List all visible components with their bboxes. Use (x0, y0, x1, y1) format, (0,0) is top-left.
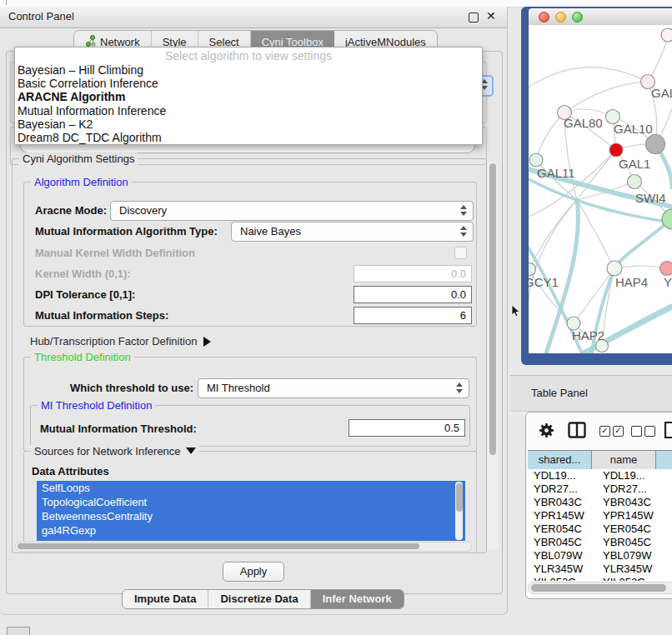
node-label: GAL1 (619, 157, 650, 171)
table-cell: YBL079W (597, 549, 666, 562)
attribute-item[interactable]: SelfLoops (37, 481, 465, 495)
attribute-item[interactable]: TopologicalCoefficient (37, 495, 465, 509)
tab-infer-network[interactable]: Infer Network (311, 590, 404, 608)
dpi-tolerance-label: DPI Tolerance [0,1]: (35, 288, 135, 301)
minimize-traffic-light[interactable] (555, 12, 566, 22)
select-all-columns-icon[interactable]: ✓✓ (599, 426, 624, 437)
network-node-hap4[interactable] (607, 261, 622, 276)
dropdown-item[interactable]: Mutual Information Inference (15, 104, 482, 118)
kernel-width-field[interactable]: 0.0 (354, 265, 472, 282)
table-row[interactable]: YDL19...YDL19...13 (528, 469, 672, 482)
table-cell: YBL079W (528, 549, 597, 562)
table-cell: 9. (666, 536, 672, 549)
table-panel-title: Table Panel (531, 387, 588, 399)
table-horizontal-scrollbar[interactable] (528, 582, 672, 594)
table-row[interactable]: YER054CYER054C8. (528, 522, 672, 536)
dropdown-item[interactable]: Basic Correlation Inference (15, 77, 482, 90)
dpi-tolerance-field[interactable]: 0.0 (354, 286, 472, 303)
table-row[interactable]: YDR27...YDR27...12 (528, 482, 672, 496)
which-threshold-label: Which threshold to use: (50, 382, 193, 394)
settings-vertical-scrollbar[interactable] (488, 162, 498, 550)
dropdown-item[interactable]: Dream8 DC_TDC Algorithm (15, 131, 482, 144)
table-cell: YER054C (528, 522, 597, 536)
aracne-mode-combo[interactable]: Discovery (110, 201, 474, 221)
table-cell: YDL19... (528, 469, 597, 482)
node-label: SWI4 (635, 191, 666, 205)
which-threshold-combo[interactable]: MI Threshold (198, 378, 469, 398)
table-cell: 13 (666, 469, 672, 482)
node-label: HAP4 (615, 275, 648, 289)
dropdown-placeholder: Select algorithm to view settings (15, 49, 482, 63)
cyni-bottom-tabs: Impute Data Discretize Data Infer Networ… (122, 589, 404, 609)
column-header-name[interactable]: name (592, 451, 656, 469)
table-row[interactable]: YBR043CYBR043C (528, 496, 672, 509)
table-row[interactable]: YBL079WYBL079W (528, 549, 672, 562)
gear-icon[interactable] (539, 422, 554, 442)
network-node-gal11[interactable] (529, 153, 543, 167)
table-header-row: shared... name (528, 450, 672, 470)
table-cell: YDR27... (528, 482, 597, 496)
table-row[interactable]: YBR045CYBR045C9. (528, 536, 672, 549)
expander-right-arrow-icon (203, 337, 211, 347)
table-cell: YPR145W (528, 509, 597, 522)
minimized-panel-chip[interactable] (7, 627, 30, 635)
table-cell: YLR345W (597, 562, 666, 576)
dropdown-item[interactable]: Bayesian – Hill Climbing (15, 63, 482, 77)
top-tick (6, 0, 7, 5)
hub-definition-expander[interactable]: Hub/Transcription Factor Definition (30, 333, 211, 348)
sources-title-row[interactable]: Sources for Network Inference (31, 445, 199, 458)
kernel-width-value: 0.0 (451, 268, 466, 280)
table-cell: YBR043C (597, 496, 666, 509)
tab-impute-data[interactable]: Impute Data (123, 590, 208, 608)
network-node-y[interactable] (660, 262, 672, 276)
apply-button[interactable]: Apply (223, 562, 284, 582)
table-cell (666, 549, 672, 562)
attribute-item[interactable]: gal4RGexp (37, 523, 465, 538)
mi-steps-field[interactable]: 6 (354, 307, 472, 324)
manual-kernel-width-label: Manual Kernel Width Definition (35, 247, 195, 259)
network-node[interactable] (646, 135, 665, 154)
tab-discretize-data[interactable]: Discretize Data (208, 590, 310, 608)
node-label: GAL (651, 86, 672, 100)
dropdown-item[interactable]: Bayesian – K2 (15, 118, 482, 131)
table-row[interactable]: YLR345WYLR345W9. (528, 562, 672, 576)
table-cell: YBR043C (528, 496, 597, 509)
attribute-item[interactable]: BetweennessCentrality (37, 509, 465, 523)
mi-threshold-field[interactable]: 0.5 (349, 419, 465, 437)
document-icon[interactable] (664, 421, 672, 442)
node-label: GAL11 (537, 166, 575, 180)
close-traffic-light[interactable] (539, 12, 549, 22)
float-window-icon[interactable] (469, 12, 479, 22)
mouse-cursor (511, 305, 521, 318)
aracne-mode-label: Aracne Mode: (35, 204, 107, 217)
split-columns-icon[interactable] (568, 422, 586, 442)
table-row[interactable]: YIL052CYIL052C9 (528, 576, 672, 581)
settings-group-title: Cyni Algorithm Settings (19, 152, 138, 165)
dpi-tolerance-value: 0.0 (451, 288, 466, 301)
hub-definition-label: Hub/Transcription Factor Definition (30, 335, 197, 348)
table-cell (666, 496, 672, 509)
manual-kernel-width-checkbox[interactable] (454, 247, 467, 259)
table-cell: YBR045C (528, 536, 597, 549)
mi-algorithm-type-combo[interactable]: Naive Bayes (231, 222, 474, 242)
attributes-list-scrollbar[interactable] (455, 482, 463, 540)
deselect-all-columns-icon[interactable] (631, 426, 655, 437)
table-toolbar: ✓✓ (526, 412, 672, 450)
column-header-clipped[interactable] (656, 451, 672, 469)
table-cell: YBR045C (597, 536, 666, 549)
which-threshold-value: MI Threshold (207, 382, 270, 394)
network-canvas[interactable]: GALGAL80GAL10GAL1GAL11SWI4HAP4YGCY1HAP2 (529, 25, 672, 353)
network-window-titlebar[interactable] (529, 8, 672, 26)
table-row[interactable]: YPR145WYPR145W9. (528, 509, 672, 522)
network-node-gal1[interactable] (609, 143, 623, 157)
mi-steps-label: Mutual Information Steps: (35, 309, 168, 322)
dropdown-item-selected[interactable]: ARACNE Algorithm (15, 90, 482, 103)
zoom-traffic-light[interactable] (572, 12, 583, 22)
column-header-shared-name[interactable]: shared... (528, 451, 592, 469)
close-window-icon[interactable]: ✕ (486, 9, 496, 22)
settings-horizontal-scrollbar[interactable] (15, 542, 472, 552)
control-panel-window: Control Panel ✕ Network Style Select (0, 7, 508, 615)
data-attributes-list: SelfLoops TopologicalCoefficient Between… (37, 481, 465, 541)
network-node[interactable] (661, 28, 672, 42)
network-node-swi4[interactable] (628, 175, 642, 189)
